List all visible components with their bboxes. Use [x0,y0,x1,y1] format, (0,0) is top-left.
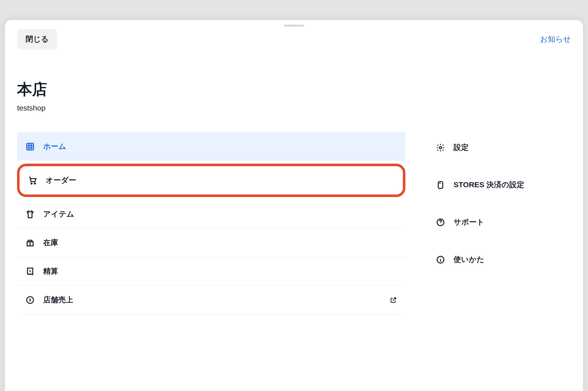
nav-item-label: アイテム [43,209,397,219]
layout: ホーム オーダー [17,132,571,314]
side-item-support[interactable]: サポート [435,210,571,235]
svg-point-6 [34,183,36,184]
side-item-label: STORES 決済の設定 [454,180,524,190]
side-item-label: 設定 [454,142,469,153]
external-link-icon [389,296,397,304]
menu-modal: 閉じる お知らせ 本店 testshop [5,20,583,391]
side-item-label: サポート [454,217,484,227]
store-subtitle: testshop [17,104,571,112]
nav-item-label: 店舗売上 [43,295,381,305]
svg-rect-0 [27,143,34,150]
svg-point-15 [440,224,441,224]
highlight-ring-order: オーダー [17,164,405,197]
store-name: 本店 [17,79,571,100]
svg-text:¥: ¥ [29,269,31,273]
nav-item-settlement[interactable]: ¥ 精算 [17,257,405,286]
nav-item-label: 在庫 [43,238,397,248]
svg-point-5 [31,183,32,184]
info-icon [435,255,446,265]
svg-point-17 [440,258,441,258]
store-header: 本店 testshop [17,79,571,112]
box-icon [25,238,35,248]
help-icon [435,217,446,227]
nav-item-sales[interactable]: ¥ 店舗売上 [17,286,405,314]
side-item-label: 使いかた [454,254,484,265]
news-link[interactable]: お知らせ [540,34,571,44]
cart-icon [28,175,38,185]
main-nav: ホーム オーダー [17,132,405,314]
svg-rect-13 [439,183,441,184]
shirt-icon [25,209,35,219]
receipt-icon: ¥ [25,266,35,276]
nav-item-stock[interactable]: 在庫 [17,229,405,257]
device-icon [435,180,446,190]
nav-item-home[interactable]: ホーム [17,132,405,161]
svg-point-11 [439,146,442,149]
side-item-stores-payment[interactable]: STORES 決済の設定 [435,172,571,198]
close-button[interactable]: 閉じる [17,29,57,49]
nav-item-label: オーダー [46,175,395,185]
nav-item-label: 精算 [43,266,397,276]
nav-item-order[interactable]: オーダー [20,166,403,194]
side-item-settings[interactable]: 設定 [435,135,571,160]
content: 本店 testshop ホーム [5,79,583,314]
side-item-howto[interactable]: 使いかた [435,247,571,272]
drag-handle[interactable] [284,25,304,27]
gear-icon [435,143,446,153]
yen-circle-icon: ¥ [25,295,35,305]
nav-item-item[interactable]: アイテム [17,200,405,229]
nav-item-label: ホーム [43,141,397,152]
side-nav: 設定 STORES 決済の設定 [435,132,571,314]
svg-text:¥: ¥ [29,298,31,302]
grid-icon [25,142,35,152]
svg-rect-12 [438,181,443,188]
